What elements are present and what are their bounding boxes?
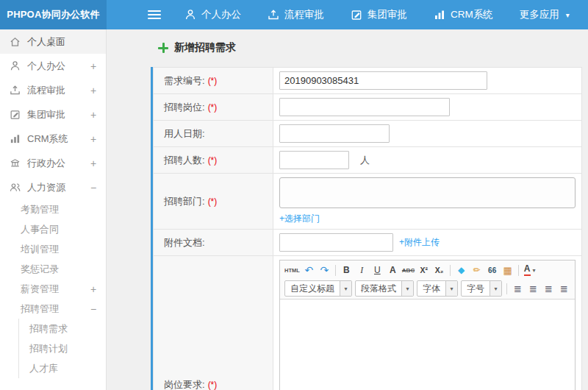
expand-toggle[interactable]: + — [88, 157, 98, 169]
field-label: 附件文档: — [154, 230, 273, 256]
sidebar-item-label: 招聘需求 — [29, 322, 106, 336]
top-header: PHPOA协同办公软件 个人办公 流程审批 集团审批 CRM系统 更多应用 ▾ — [0, 0, 588, 29]
attachment-upload-link[interactable]: +附件上传 — [399, 236, 440, 249]
undo-button[interactable]: ↶ — [302, 263, 316, 277]
paragraph-format-select[interactable]: 段落格式 ▾ — [355, 280, 414, 297]
sidebar-item-label: 考勤管理 — [21, 203, 98, 216]
expand-toggle[interactable]: + — [88, 133, 98, 145]
editor-toolbar: HTML ↶ ↷ B I U A ABC X² X₂ — [280, 260, 575, 299]
sidebar-item-label: 薪资管理 — [21, 283, 88, 296]
collapse-toggle[interactable]: − — [88, 303, 98, 315]
sidebar-item-recruit-plan[interactable]: 招聘计划 — [19, 338, 106, 358]
custom-title-select[interactable]: 自定义标题 ▾ — [284, 280, 352, 297]
expand-toggle[interactable]: + — [88, 283, 98, 295]
superscript-button[interactable]: X² — [417, 263, 431, 277]
required-marker: (*) — [208, 76, 218, 86]
sidebar-item-label: 个人办公 — [27, 60, 88, 73]
sidebar-item-recruit-demand[interactable]: 招聘需求 — [19, 319, 106, 338]
sidebar-item-label: 个人桌面 — [27, 35, 88, 49]
sidebar-item-label: CRM系统 — [27, 132, 88, 146]
table-button[interactable]: ▦ — [501, 263, 514, 277]
person-icon — [184, 9, 196, 21]
chevron-down-icon: ▾ — [401, 281, 413, 296]
sidebar-item-recruitment-mgmt[interactable]: 招聘管理 − — [0, 299, 106, 319]
font-color-button[interactable]: A ▾ — [523, 263, 537, 277]
align-justify-button[interactable]: ≣ — [557, 281, 571, 296]
nav-personal-office[interactable]: 个人办公 — [184, 8, 241, 21]
toolbar-separator — [506, 283, 507, 294]
editor-content-area[interactable] — [280, 299, 575, 390]
collapse-toggle[interactable]: − — [88, 182, 98, 194]
required-marker: (*) — [208, 196, 218, 207]
top-nav: 个人办公 流程审批 集团审批 CRM系统 更多应用 ▾ — [184, 8, 570, 21]
sidebar-item-admin-office[interactable]: 行政办公 + — [0, 151, 106, 175]
align-right-button[interactable]: ≣ — [542, 281, 556, 296]
font-family-select[interactable]: 字体 ▾ — [417, 280, 458, 297]
sidebar-item-personal-desktop[interactable]: 个人桌面 — [0, 29, 106, 54]
form-row-demand-no: 需求编号:(*) — [154, 68, 582, 94]
sidebar-item-label: 奖惩记录 — [21, 263, 98, 276]
attachment-input[interactable] — [279, 233, 393, 252]
select-department-link[interactable]: +选择部门 — [279, 213, 320, 224]
toolbar-separator — [518, 265, 519, 276]
rich-text-editor: HTML ↶ ↷ B I U A ABC X² X₂ — [279, 260, 576, 390]
sidebar: 个人桌面 个人办公 + 流程审批 + 集团审批 + CRM系统 + 行政办公 +… — [0, 29, 107, 390]
nav-group-approval[interactable]: 集团审批 — [351, 8, 407, 21]
font-style-button[interactable]: A — [386, 263, 400, 277]
align-left-button[interactable]: ≣ — [511, 281, 525, 296]
underline-button[interactable]: U — [370, 263, 384, 277]
main-content: 新增招聘需求 需求编号:(*) 招聘岗位:(*) — [107, 29, 588, 390]
sidebar-item-process-approval[interactable]: 流程审批 + — [0, 78, 106, 102]
hire-date-input[interactable] — [279, 124, 390, 143]
home-icon — [10, 36, 21, 47]
headcount-input[interactable] — [279, 151, 349, 169]
sidebar-item-training-mgmt[interactable]: 培训管理 — [0, 239, 106, 259]
strikethrough-button[interactable]: ABC — [401, 263, 415, 277]
sidebar-item-salary-mgmt[interactable]: 薪资管理 + — [0, 279, 106, 299]
sidebar-item-attendance-mgmt[interactable]: 考勤管理 — [0, 199, 106, 219]
field-label: 招聘部门:(*) — [154, 174, 273, 230]
demand-no-input[interactable] — [279, 71, 487, 90]
form-row-position: 招聘岗位:(*) — [154, 94, 582, 121]
italic-button[interactable]: I — [355, 263, 369, 277]
upload-icon — [268, 9, 279, 21]
bar-chart-icon — [10, 133, 21, 144]
nav-more-apps[interactable]: 更多应用 ▾ — [520, 8, 570, 21]
nav-label: 更多应用 — [520, 8, 559, 21]
menu-toggle-icon[interactable] — [148, 8, 161, 21]
sidebar-item-human-resources[interactable]: 人力资源 − — [0, 175, 106, 199]
expand-toggle[interactable]: + — [88, 60, 98, 72]
sidebar-item-crm-system[interactable]: CRM系统 + — [0, 127, 106, 151]
building-icon — [10, 157, 21, 169]
nav-crm-system[interactable]: CRM系统 — [434, 8, 493, 21]
remove-format-button[interactable]: ◆ — [454, 263, 468, 277]
sidebar-item-talent-pool[interactable]: 人才库 — [19, 358, 106, 378]
redo-button[interactable]: ↷ — [318, 263, 331, 277]
position-input[interactable] — [279, 98, 450, 116]
align-center-button[interactable]: ≣ — [526, 281, 540, 296]
font-size-select[interactable]: 字号 ▾ — [461, 280, 502, 297]
bold-button[interactable]: B — [340, 263, 354, 277]
format-painter-button[interactable]: ✏ — [470, 263, 484, 277]
nav-process-approval[interactable]: 流程审批 — [268, 8, 324, 21]
toolbar-separator — [335, 265, 336, 276]
field-label: 需求编号:(*) — [154, 68, 273, 94]
department-textarea[interactable] — [279, 177, 576, 208]
sidebar-item-label: 人事合同 — [21, 223, 98, 236]
expand-toggle[interactable]: + — [88, 85, 98, 96]
form-row-department: 招聘部门:(*) +选择部门 — [154, 174, 582, 230]
blockquote-button[interactable]: 66 — [485, 263, 499, 277]
sidebar-item-personnel-contract[interactable]: 人事合同 — [0, 219, 106, 239]
sidebar-item-reward-records[interactable]: 奖惩记录 — [0, 259, 106, 279]
sidebar-item-group-approval[interactable]: 集团审批 + — [0, 102, 106, 127]
html-source-button[interactable]: HTML — [284, 263, 301, 277]
expand-toggle[interactable]: + — [88, 109, 98, 121]
app-logo: PHPOA协同办公软件 — [0, 0, 107, 29]
unit-suffix: 人 — [360, 154, 370, 167]
nav-label: 个人办公 — [201, 8, 241, 21]
nav-label: 流程审批 — [284, 8, 324, 21]
sidebar-item-personal-office[interactable]: 个人办公 + — [0, 54, 106, 78]
sidebar-item-label: 培训管理 — [21, 243, 98, 256]
subscript-button[interactable]: X₂ — [432, 263, 446, 277]
nav-label: 集团审批 — [368, 8, 407, 21]
